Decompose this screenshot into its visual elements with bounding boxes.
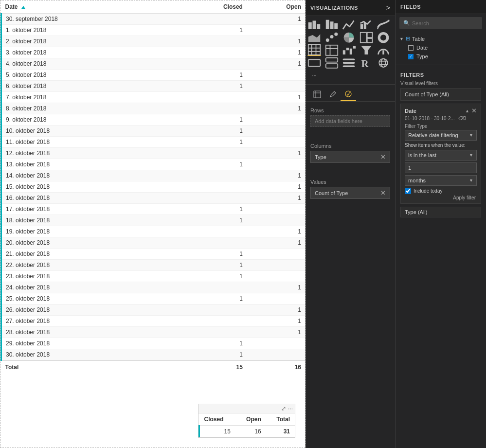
table-row: 10. oktober 2018 (1, 125, 177, 137)
table-row: 16. oktober 2018 (1, 193, 177, 204)
viz-values-section: Values Count of Type ✕ (306, 173, 395, 205)
search-box[interactable]: 🔍 (399, 17, 482, 29)
svg-rect-41 (314, 91, 321, 98)
viz-tab-analytics[interactable] (341, 88, 356, 101)
viz-icon-card[interactable] (307, 57, 321, 69)
table-row (177, 305, 247, 316)
condition-dropdown[interactable]: is in the last ▼ (405, 150, 477, 161)
table-row: 1 (177, 114, 247, 125)
viz-values-field-chip[interactable]: Count of Type ✕ (310, 187, 390, 199)
table-row: 1 (177, 249, 247, 260)
table-row: 30. oktober 2018 (1, 349, 177, 361)
total-label: Total (1, 360, 177, 374)
table-row: 30. september 2018 (1, 14, 177, 25)
show-items-label: Show items when the value: (405, 143, 477, 148)
count-type-filter-item[interactable]: Count of Type (All) (400, 88, 481, 101)
svg-rect-21 (325, 45, 338, 55)
svg-rect-13 (367, 33, 373, 38)
table-row: 1 (247, 193, 305, 204)
table-row: 3. oktober 2018 (1, 47, 177, 58)
eraser-icon[interactable]: ⌫ (458, 115, 466, 121)
condition-value: is in the last (408, 152, 436, 158)
summary-total-val: 31 (266, 426, 295, 438)
col-header-date[interactable]: Date (1, 0, 177, 14)
viz-icon-funnel[interactable] (360, 44, 373, 56)
search-input[interactable] (412, 20, 478, 26)
viz-rows-dropzone[interactable]: Add data fields here (310, 115, 390, 127)
viz-tab-fields[interactable] (309, 88, 325, 101)
table-row: 1 (247, 181, 305, 193)
date-filter-range: 01-10-2018 - 30-10-2... ⌫ (405, 115, 477, 122)
viz-icon-slicer[interactable] (342, 57, 356, 69)
viz-icon-area-chart[interactable] (307, 32, 321, 43)
viz-columns-field-chip[interactable]: Type ✕ (310, 151, 390, 163)
viz-icon-scatter[interactable] (325, 32, 339, 43)
table-row (247, 137, 305, 148)
viz-icon-treemap[interactable] (360, 32, 373, 43)
viz-values-label: Values (310, 179, 390, 185)
viz-icon-multirow-card[interactable] (325, 57, 339, 69)
table-row: 15. oktober 2018 (1, 181, 177, 193)
viz-icon-stacked-bar[interactable] (307, 19, 321, 31)
filters-section: FILTERS Visual level filters Count of Ty… (396, 67, 486, 220)
more-options-icon[interactable]: ··· (288, 405, 293, 412)
col-header-open[interactable]: Open (247, 0, 305, 14)
include-today-row[interactable]: Include today (405, 188, 477, 194)
fields-filters-panel: FIELDS 🔍 ▼ ⊞ Table Date Type FI (396, 0, 486, 448)
viz-values-remove-icon[interactable]: ✕ (380, 189, 386, 197)
viz-icon-line-chart[interactable] (342, 19, 356, 31)
viz-icon-donut[interactable] (377, 32, 390, 43)
viz-icon-ribbon-chart[interactable] (377, 19, 390, 31)
viz-icon-waterfall[interactable] (342, 44, 356, 56)
viz-icon-r-visual[interactable]: R (360, 57, 373, 69)
viz-icon-pie[interactable] (342, 32, 356, 43)
search-icon: 🔍 (403, 20, 410, 26)
table-panel: Date Closed Open 30. september 201811. o… (0, 0, 306, 448)
viz-icon-more[interactable]: ··· (307, 70, 321, 81)
type-filter-label: Type (All) (405, 209, 427, 215)
visualizations-panel: VISUALIZATIONS > (306, 0, 396, 448)
svg-rect-2 (317, 24, 320, 29)
svg-rect-3 (325, 20, 329, 29)
divider-3 (396, 65, 486, 65)
col-header-closed[interactable]: Closed (177, 0, 247, 14)
type-checkbox[interactable] (408, 54, 414, 59)
viz-icon-globe[interactable] (377, 57, 390, 69)
viz-icon-bar-chart[interactable] (325, 19, 339, 31)
svg-point-45 (345, 91, 351, 97)
viz-title: VISUALIZATIONS (310, 5, 358, 11)
table-row (177, 316, 247, 327)
table-row: 1 (247, 226, 305, 237)
table-row: 1 (247, 316, 305, 327)
table-row: 7. oktober 2018 (1, 92, 177, 103)
viz-arrow-icon[interactable]: > (386, 4, 390, 12)
field-item-date[interactable]: Date (399, 43, 482, 52)
fields-tree-header[interactable]: ▼ ⊞ Table (399, 34, 482, 43)
type-filter-item[interactable]: Type (All) (400, 207, 481, 217)
period-dropdown[interactable]: months ▼ (405, 175, 477, 186)
svg-point-15 (379, 33, 388, 42)
table-row: 21. oktober 2018 (1, 249, 177, 260)
viz-icon-table[interactable] (307, 44, 321, 56)
table-row: 1. oktober 2018 (1, 25, 177, 36)
filter-type-dropdown[interactable]: Relative date filtering ▼ (405, 130, 477, 141)
svg-rect-6 (360, 24, 363, 29)
table-row: 14. oktober 2018 (1, 170, 177, 181)
table-row: 1 (177, 338, 247, 349)
date-checkbox[interactable] (408, 45, 414, 51)
viz-icon-matrix[interactable] (325, 44, 339, 56)
svg-rect-24 (343, 50, 345, 54)
table-row: 12. oktober 2018 (1, 148, 177, 159)
field-item-type[interactable]: Type (399, 52, 482, 61)
summary-open-val: 16 (235, 426, 266, 438)
date-filter-close-icon[interactable]: ✕ (471, 107, 477, 114)
viz-columns-remove-icon[interactable]: ✕ (380, 153, 386, 161)
period-input[interactable] (405, 162, 477, 173)
include-today-checkbox[interactable] (405, 188, 411, 194)
viz-icon-gauge[interactable] (377, 44, 390, 56)
apply-filter-link[interactable]: Apply filter (405, 195, 477, 200)
viz-icon-combo-chart[interactable] (360, 19, 373, 31)
table-row: 5. oktober 2018 (1, 70, 177, 81)
viz-tab-format[interactable] (325, 88, 341, 101)
expand-icon[interactable]: ⤢ (281, 405, 286, 412)
